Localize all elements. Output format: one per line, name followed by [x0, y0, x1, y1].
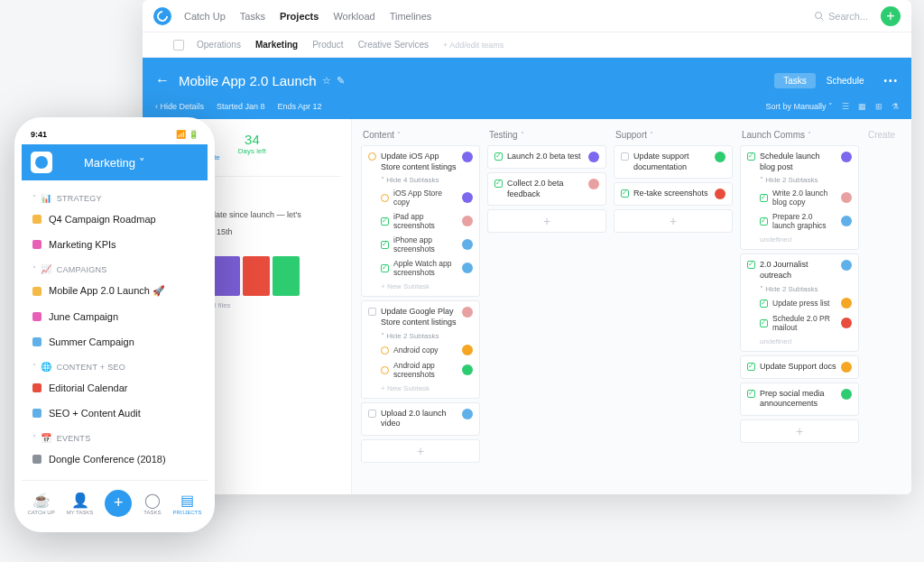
subtask-row[interactable]: Schedule 2.0 PR mailout [747, 311, 852, 335]
subtask-row[interactable]: iOS App Store copy [368, 186, 473, 209]
phone-add-button[interactable]: + [105, 490, 132, 517]
subtask-toggle[interactable]: ˅ Hide 2 Subtasks [368, 328, 473, 342]
subtask-avatar[interactable] [462, 216, 473, 226]
task-checkbox[interactable] [621, 152, 629, 161]
column-title[interactable]: Content˅ [361, 128, 480, 145]
task-checkbox[interactable] [368, 308, 376, 316]
grid-view-icon[interactable]: ⊞ [875, 102, 882, 111]
back-arrow-icon[interactable]: ← [155, 72, 170, 88]
hide-details-link[interactable]: ‹ Hide Details [155, 102, 204, 111]
add-task-button[interactable]: + [614, 209, 733, 233]
task-checkbox[interactable] [368, 410, 376, 418]
list-view-icon[interactable]: ☰ [842, 102, 849, 111]
nav-timelines[interactable]: Timelines [390, 11, 432, 22]
phone-section-header[interactable]: ˅📅EVENTS [22, 426, 208, 447]
subtask-avatar[interactable] [462, 263, 473, 273]
phone-project-item[interactable]: SEO + Content Audit [22, 401, 208, 426]
subtask-checkbox[interactable] [381, 346, 389, 355]
phone-title[interactable]: Marketing ˅ [84, 156, 145, 170]
add-team-link[interactable]: + Add/edit teams [443, 41, 504, 50]
task-checkbox[interactable] [494, 152, 503, 161]
add-button[interactable]: + [881, 6, 901, 26]
add-task-button[interactable]: + [361, 439, 480, 463]
nav-projects[interactable]: Projects [280, 11, 319, 22]
tab-tasks[interactable]: ◯TASKS [143, 492, 161, 515]
task-card[interactable]: Update iOS App Store content listings˅ H… [361, 145, 480, 297]
assignee-avatar[interactable] [841, 362, 852, 373]
subtask-checkbox[interactable] [381, 366, 389, 374]
new-subtask-link[interactable]: + New Subtask [368, 280, 473, 290]
subtask-row[interactable]: iPad app screenshots [368, 209, 473, 233]
tab-catchup[interactable]: ☕CATCH UP [27, 492, 54, 515]
assignee-avatar[interactable] [841, 152, 852, 162]
phone-project-item[interactable]: Marketing KPIs [22, 232, 208, 257]
subtask-row[interactable]: Prepare 2.0 launch graphics [747, 209, 852, 233]
task-card[interactable]: Schedule launch blog post˅ Hide 2 Subtas… [740, 145, 859, 250]
view-tasks-tab[interactable]: Tasks [774, 73, 816, 88]
task-checkbox[interactable] [747, 152, 755, 161]
new-subtask-link[interactable]: + New Subtask [368, 382, 473, 392]
phone-project-item[interactable]: June Campaign [22, 304, 208, 329]
subtask-toggle[interactable]: ˅ Hide 2 Subtasks [747, 281, 852, 295]
subnav-product[interactable]: Product [312, 40, 343, 50]
app-logo[interactable] [153, 7, 171, 25]
phone-section-header[interactable]: ˅🌐CONTENT + SEO [22, 355, 208, 375]
tab-projects[interactable]: ▤PROJECTS [172, 492, 201, 515]
subtask-row[interactable]: Android app screenshots [368, 358, 473, 382]
task-card[interactable]: Upload 2.0 launch video [361, 402, 480, 436]
nav-tasks[interactable]: Tasks [240, 11, 265, 22]
more-menu-icon[interactable]: ••• [883, 76, 899, 86]
subtask-checkbox[interactable] [760, 194, 768, 202]
star-icon[interactable]: ☆ [322, 75, 331, 87]
task-card[interactable]: Collect 2.0 beta feedback [487, 172, 606, 206]
task-card[interactable]: Update Google Play Store content listing… [361, 300, 480, 398]
phone-section-header[interactable]: ˅📈CAMPAIGNS [22, 257, 208, 278]
phone-project-item[interactable]: Summer Campaign [22, 329, 208, 355]
subtask-checkbox[interactable] [381, 264, 389, 272]
subtask-checkbox[interactable] [381, 241, 389, 249]
assignee-avatar[interactable] [841, 389, 852, 400]
nav-workload[interactable]: Workload [333, 11, 374, 22]
task-card[interactable]: Prep social media announcements [740, 382, 859, 416]
phone-project-item[interactable]: Editorial Calendar [22, 375, 208, 401]
assignee-avatar[interactable] [715, 189, 725, 199]
assignee-avatar[interactable] [462, 307, 473, 318]
subnav-marketing[interactable]: Marketing [255, 40, 298, 50]
subtask-checkbox[interactable] [381, 217, 389, 226]
subtask-avatar[interactable] [841, 216, 852, 226]
checkbox-icon[interactable] [173, 40, 184, 51]
task-card[interactable]: Update support documentation [614, 145, 733, 179]
view-schedule-tab[interactable]: Schedule [818, 73, 873, 88]
subtask-row[interactable]: iPhone app screenshots [368, 233, 473, 256]
subtask-toggle[interactable]: ˅ Hide 4 Subtasks [368, 172, 473, 186]
column-title[interactable]: Launch Comms˅ [740, 128, 859, 145]
nav-catchup[interactable]: Catch Up [184, 11, 226, 22]
column-title[interactable]: Testing˅ [487, 128, 606, 145]
phone-app-logo[interactable] [31, 152, 52, 173]
board-view-icon[interactable]: ▦ [858, 102, 866, 111]
subtask-checkbox[interactable] [760, 217, 768, 226]
assignee-avatar[interactable] [588, 152, 599, 162]
subtask-checkbox[interactable] [760, 319, 768, 327]
subtask-row[interactable]: Android copy [368, 342, 473, 358]
sort-dropdown[interactable]: Sort by Manually ˅ [765, 102, 833, 111]
task-checkbox[interactable] [494, 180, 503, 188]
assignee-avatar[interactable] [462, 409, 473, 419]
subtask-avatar[interactable] [841, 192, 852, 203]
phone-project-item[interactable]: Q4 Campaign Roadmap [22, 207, 208, 232]
subtask-row[interactable]: Update press list [747, 295, 852, 311]
task-checkbox[interactable] [747, 363, 755, 371]
assignee-avatar[interactable] [715, 152, 725, 162]
subnav-creative[interactable]: Creative Services [358, 40, 429, 50]
add-task-button[interactable]: + [487, 209, 606, 233]
phone-project-list[interactable]: ˅📊STRATEGYQ4 Campaign RoadmapMarketing K… [22, 180, 208, 480]
assignee-avatar[interactable] [841, 260, 852, 271]
subtask-avatar[interactable] [462, 364, 473, 375]
create-column-link[interactable]: Create [866, 128, 897, 485]
subnav-operations[interactable]: Operations [197, 40, 241, 50]
subtask-avatar[interactable] [462, 239, 473, 250]
task-checkbox[interactable] [621, 189, 629, 198]
edit-icon[interactable]: ✎ [337, 75, 345, 87]
subtask-checkbox[interactable] [381, 194, 389, 202]
task-checkbox[interactable] [368, 152, 376, 161]
